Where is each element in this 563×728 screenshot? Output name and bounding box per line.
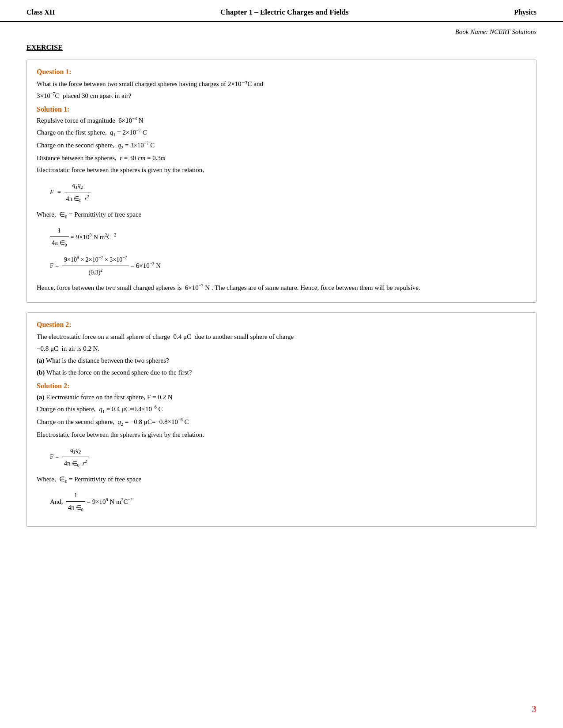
q1-formula-k: 1 4π ∈0 = 9×109 N m2C−2 (50, 225, 526, 249)
q2-and-label: And, (50, 496, 66, 508)
q1-formula-k-line: 1 4π ∈0 = 9×109 N m2C−2 (50, 225, 526, 249)
q1-sol1: Repulsive force of magnitude 6×10−3 N (37, 115, 526, 126)
q2-formula-f-line: F = q1q2 4π ∈0 r2 (50, 444, 526, 469)
q1-sol5: Electrostatic force between the spheres … (37, 165, 526, 175)
q2-frac-k: 1 4π ∈0 (66, 490, 85, 514)
header-class: Class XII (26, 8, 55, 16)
q2-sol-a1: (a) Electrostatic force on the first sph… (37, 392, 526, 402)
q2-frac-k-num: 1 (66, 490, 85, 502)
q1-frac-2: 9×109 × 2×10−7 × 3×10−7 (0.3)2 (62, 254, 129, 278)
q2-parta: (a) What is the distance between the two… (37, 355, 526, 366)
q2-frac-num: q1q2 (62, 444, 89, 457)
header-chapter: Chapter 1 – Electric Charges and Fields (220, 8, 349, 17)
q1-sol4: Distance between the spheres, r = 30 cm … (37, 153, 526, 163)
q1-formula-f2-line: F = 9×109 × 2×10−7 × 3×10−7 (0.3)2 = 6×1… (50, 254, 526, 278)
question-1-box: Question 1: What is the force between tw… (26, 60, 537, 303)
q2-sol-a3: Charge on the second sphere, q2 = −0.8 μ… (37, 417, 526, 428)
q1-frac2-den: (0.3)2 (62, 266, 129, 278)
q2-sol-a4: Electrostatic force between the spheres … (37, 429, 526, 440)
q1-formula-f-line: F = q1q2 4π ∈0 r2 (50, 180, 526, 205)
q1-frac-den: 4π ∈0 r2 (64, 192, 91, 205)
question-1-title: Question 1: (37, 68, 526, 76)
q2-frac-1: q1q2 4π ∈0 r2 (62, 444, 89, 469)
q2-formula-k: And, 1 4π ∈0 = 9×109 N m2C−2 (50, 490, 526, 514)
q2-frac-k-den: 4π ∈0 (66, 502, 85, 514)
page: Class XII Chapter 1 – Electric Charges a… (0, 0, 563, 728)
f2-label: F = (50, 260, 62, 272)
q1-formula-f: F = q1q2 4π ∈0 r2 (50, 180, 526, 205)
q1-frac-num: q1q2 (64, 180, 91, 192)
q2-where: Where, ∈0 = Permittivity of free space (37, 474, 526, 485)
solution-1-title: Solution 1: (37, 105, 526, 113)
main-content: EXERCISE Question 1: What is the force b… (0, 36, 563, 545)
q1-sol3: Charge on the second sphere, q2 = 3×10−7… (37, 140, 526, 151)
question-2-title: Question 2: (37, 321, 526, 329)
book-name: Book Name: NCERT Solutions (0, 22, 563, 36)
exercise-heading: EXERCISE (26, 44, 537, 52)
q1-text1: What is the force between two small char… (37, 79, 526, 89)
q1-text2: 3×10−7C placed 30 cm apart in air? (37, 90, 526, 101)
q2-k-val: = 9×109 N m2C−2 (85, 496, 133, 508)
q2-text1: The electrostatic force on a small spher… (37, 331, 526, 342)
q2-frac-den: 4π ∈0 r2 (62, 457, 89, 469)
solution-2-title: Solution 2: (37, 382, 526, 390)
f-equals: F = (50, 186, 64, 198)
q1-frac2-num: 9×109 × 2×10−7 × 3×10−7 (62, 254, 129, 266)
q1-frac-k-num: 1 (50, 225, 69, 237)
q1-k-val: = 9×109 N m2C−2 (69, 231, 117, 243)
q2-formula-k-line: And, 1 4π ∈0 = 9×109 N m2C−2 (50, 490, 526, 514)
q2-f-label: F = (50, 451, 62, 463)
header: Class XII Chapter 1 – Electric Charges a… (0, 0, 563, 22)
q1-formula-f2: F = 9×109 × 2×10−7 × 3×10−7 (0.3)2 = 6×1… (50, 254, 526, 278)
q1-frac-k-den: 4π ∈0 (50, 237, 69, 249)
q1-frac-k: 1 4π ∈0 (50, 225, 69, 249)
header-subject: Physics (514, 8, 537, 16)
book-name-text: Book Name: NCERT Solutions (455, 28, 537, 35)
q2-formula-f: F = q1q2 4π ∈0 r2 (50, 444, 526, 469)
q2-text2: −0.8 μC in air is 0.2 N. (37, 343, 526, 354)
q2-sol-a2: Charge on this sphere, q1 = 0.4 μC=0.4×1… (37, 404, 526, 415)
q1-where: Where, ∈0 = Permittivity of free space (37, 209, 526, 221)
q1-f2-val: = 6×10−3 N (129, 260, 161, 272)
q1-sol2: Charge on the first sphere, q1 = 2×10−7 … (37, 127, 526, 139)
q1-frac-1: q1q2 4π ∈0 r2 (64, 180, 91, 205)
question-2-box: Question 2: The electrostatic force on a… (26, 312, 537, 527)
q2-partb: (b) What is the force on the second sphe… (37, 367, 526, 378)
q1-conclusion: Hence, force between the two small charg… (37, 282, 526, 293)
page-number: 3 (532, 703, 537, 715)
